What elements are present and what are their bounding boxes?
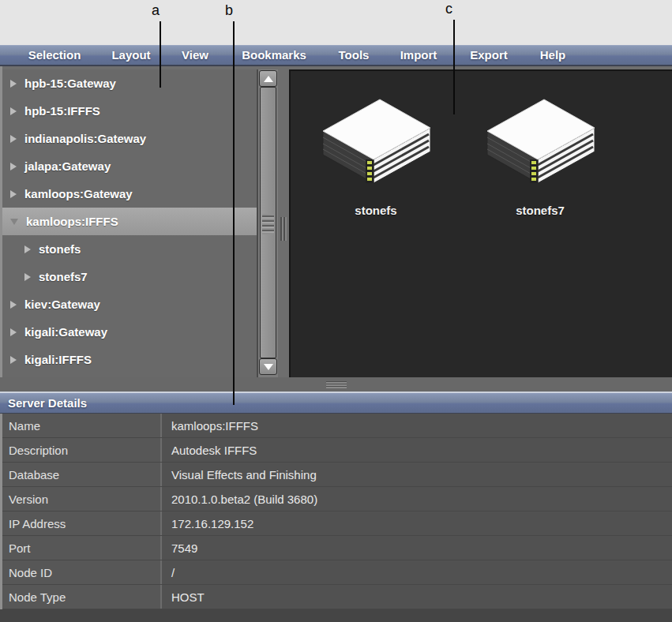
server-tree-panel: hpb-15:Gateway hpb-15:IFFFS indianapolis… (0, 66, 278, 377)
menu-item-help[interactable]: Help (540, 48, 566, 62)
horizontal-splitter[interactable] (0, 377, 672, 392)
main-area: hpb-15:Gateway hpb-15:IFFFS indianapolis… (0, 66, 672, 377)
expander-collapsed-icon[interactable] (10, 328, 17, 336)
expander-collapsed-icon[interactable] (10, 80, 17, 88)
annotation-line-c (453, 20, 455, 114)
vertical-splitter[interactable] (278, 66, 289, 377)
detail-row-port: Port 7549 (2, 536, 672, 560)
server-details-title: Server Details (8, 396, 87, 410)
detail-row-node-type: Node Type HOST (2, 585, 672, 609)
expander-collapsed-icon[interactable] (10, 190, 17, 198)
tree-item-kigali-ifffs[interactable]: kigali:IFFFS (2, 346, 259, 373)
menu-item-tools[interactable]: Tools (339, 48, 370, 62)
detail-label: Node Type (2, 585, 162, 609)
splitter-grip-icon (280, 217, 287, 241)
scrollbar-thumb[interactable] (260, 87, 276, 358)
detail-value: HOST (162, 585, 672, 609)
tree-item-label: indianapolis:Gateway (24, 132, 146, 145)
tree-item-kamloops-gateway[interactable]: kamloops:Gateway (2, 180, 259, 208)
tree-item-jalapa-gateway[interactable]: jalapa:Gateway (2, 152, 259, 180)
expander-collapsed-icon[interactable] (24, 245, 31, 253)
tree-scrollbar[interactable] (257, 69, 278, 377)
annotation-label-b: b (225, 2, 233, 19)
detail-row-node-id: Node ID / (2, 560, 672, 585)
scrollbar-grip-icon (262, 214, 274, 234)
menu-item-view[interactable]: View (182, 48, 208, 62)
menu-item-selection[interactable]: Selection (28, 48, 81, 62)
tree-item-label: hpb-15:IFFFS (24, 104, 100, 118)
tree-item-label: stonefs7 (39, 270, 88, 283)
scroll-up-button[interactable] (259, 70, 277, 87)
tree-item-kigali-gateway[interactable]: kigali:Gateway (2, 318, 259, 346)
detail-label: Name (2, 414, 162, 437)
expander-expanded-icon[interactable] (10, 219, 18, 225)
annotation-label-c: c (445, 1, 452, 17)
detail-row-name: Name kamloops:IFFFS (2, 414, 672, 438)
arrow-up-icon (264, 76, 273, 82)
expander-collapsed-icon[interactable] (24, 273, 31, 281)
tree-item-label: jalapa:Gateway (24, 159, 111, 173)
tree-item-label: kiev:Gateway (24, 298, 100, 311)
arrow-down-icon (264, 364, 273, 370)
detail-row-ip-address: IP Address 172.16.129.152 (2, 511, 672, 536)
detail-label: Node ID (2, 560, 162, 584)
server-label: stonefs7 (477, 204, 603, 217)
tree-item-indianapolis-gateway[interactable]: indianapolis:Gateway (2, 125, 259, 152)
tree-item-hpb-15-gateway[interactable]: hpb-15:Gateway (2, 69, 259, 97)
tree-item-label: kamloops:Gateway (24, 187, 133, 200)
detail-label: Database (2, 463, 162, 486)
expander-collapsed-icon[interactable] (10, 107, 17, 115)
expander-collapsed-icon[interactable] (10, 135, 17, 143)
menu-item-layout[interactable]: Layout (111, 48, 150, 62)
detail-value: 172.16.129.152 (162, 511, 672, 535)
server-details-table: Name kamloops:IFFFS Description Autodesk… (0, 414, 672, 609)
tree-item-label: kamloops:IFFFS (26, 215, 118, 228)
detail-value: 2010.1.0.beta2 (Build 3680) (162, 487, 672, 511)
tree-item-kiev-gateway[interactable]: kiev:Gateway (2, 290, 259, 318)
tree-item-label: kigali:Gateway (24, 325, 107, 339)
server-details-header: Server Details (0, 392, 672, 414)
server-label: stonefs (313, 204, 439, 217)
detail-label: IP Address (2, 511, 162, 535)
detail-value: Visual Effects and Finishing (162, 463, 672, 486)
detail-value: 7549 (162, 536, 672, 560)
screenshot-root: a b c Selection Layout View Bookmarks To… (0, 0, 672, 622)
expander-collapsed-icon[interactable] (10, 301, 17, 309)
menu-item-import[interactable]: Import (400, 48, 437, 62)
expander-collapsed-icon[interactable] (10, 163, 17, 170)
detail-label: Version (2, 487, 162, 511)
detail-row-description: Description Autodesk IFFFS (2, 438, 672, 463)
server-item-stonefs7[interactable]: stonefs7 (477, 93, 603, 217)
tree-item-hpb-15-ifffs[interactable]: hpb-15:IFFFS (2, 97, 259, 125)
annotation-label-a: a (152, 2, 160, 19)
menu-item-export[interactable]: Export (470, 48, 508, 62)
storage-server-icon (317, 93, 435, 189)
tree-item-label: hpb-15:Gateway (24, 77, 116, 90)
server-tree-list: hpb-15:Gateway hpb-15:IFFFS indianapolis… (2, 69, 259, 377)
annotation-line-a (160, 21, 161, 88)
expander-collapsed-icon[interactable] (10, 356, 17, 364)
bottom-strip (0, 609, 672, 622)
detail-row-database: Database Visual Effects and Finishing (2, 463, 672, 487)
tree-item-stonefs[interactable]: stonefs (2, 235, 259, 263)
scrollbar-track[interactable] (259, 87, 277, 358)
detail-row-version: Version 2010.1.0.beta2 (Build 3680) (2, 487, 672, 511)
detail-value: / (162, 560, 672, 584)
server-icons-panel: stonefs (289, 69, 672, 377)
tree-item-label: stonefs (39, 242, 81, 256)
tree-item-kamloops-ifffs-selected[interactable]: kamloops:IFFFS (2, 208, 259, 235)
tree-item-stonefs7[interactable]: stonefs7 (2, 263, 259, 290)
tree-item-label: kigali:IFFFS (24, 353, 92, 366)
detail-label: Description (2, 438, 162, 462)
detail-label: Port (2, 536, 162, 560)
scroll-down-button[interactable] (259, 358, 277, 375)
menu-item-bookmarks[interactable]: Bookmarks (242, 48, 306, 62)
splitter-grip-icon (326, 381, 347, 388)
server-item-stonefs[interactable]: stonefs (313, 93, 439, 217)
detail-value: Autodesk IFFFS (162, 438, 672, 462)
storage-server-icon (481, 93, 599, 189)
menu-bar: Selection Layout View Bookmarks Tools Im… (0, 45, 672, 66)
detail-value: kamloops:IFFFS (162, 414, 672, 437)
annotation-line-b (233, 21, 235, 405)
